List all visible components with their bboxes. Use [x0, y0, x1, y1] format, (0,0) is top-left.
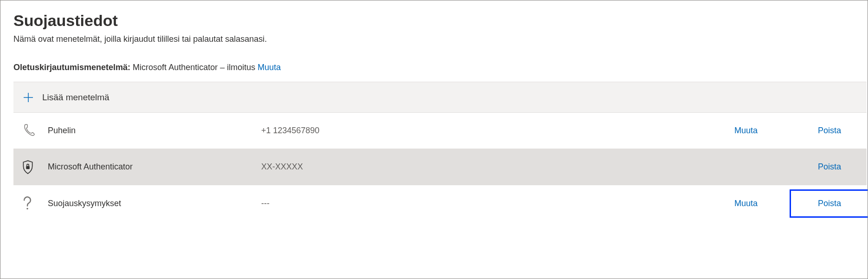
- method-name: Suojauskysymykset: [48, 199, 261, 208]
- svg-rect-2: [26, 166, 30, 169]
- svg-point-3: [26, 208, 28, 210]
- content-area: Suojaustiedot Nämä ovat menetelmät, joil…: [0, 0, 868, 221]
- default-signin-row: Oletuskirjautumismenetelmä: Microsoft Au…: [13, 63, 868, 72]
- method-row-questions: Suojauskysymykset --- Muuta Poista: [13, 185, 867, 221]
- methods-list: Lisää menetelmä Puhelin +1 1234567890 Mu…: [13, 82, 867, 221]
- method-row-authenticator: Microsoft Authenticator XX-XXXXX Poista: [13, 149, 867, 185]
- phone-icon: [20, 123, 48, 139]
- method-name: Puhelin: [48, 126, 261, 136]
- delete-button[interactable]: Poista: [792, 162, 867, 172]
- method-row-phone: Puhelin +1 1234567890 Muuta Poista: [13, 113, 867, 149]
- page-subtitle: Nämä ovat menetelmät, joilla kirjaudut t…: [13, 34, 868, 44]
- method-value: +1 1234567890: [261, 126, 700, 136]
- security-info-panel: Suojaustiedot Nämä ovat menetelmät, joil…: [0, 0, 868, 279]
- page-title: Suojaustiedot: [13, 12, 868, 30]
- delete-button[interactable]: Poista: [792, 126, 867, 136]
- change-default-link[interactable]: Muuta: [257, 63, 281, 72]
- method-value: ---: [261, 199, 700, 208]
- default-signin-label: Oletuskirjautumismenetelmä:: [13, 63, 130, 72]
- question-icon: [20, 196, 48, 210]
- change-button[interactable]: Muuta: [700, 199, 792, 208]
- delete-button[interactable]: Poista: [792, 199, 867, 208]
- add-method-label: Lisää menetelmä: [42, 92, 109, 103]
- plus-icon: [20, 92, 37, 103]
- change-button[interactable]: Muuta: [700, 126, 792, 136]
- method-value: XX-XXXXX: [261, 162, 700, 172]
- method-name: Microsoft Authenticator: [48, 162, 261, 172]
- add-method-button[interactable]: Lisää menetelmä: [13, 82, 867, 113]
- lock-icon: [20, 160, 48, 174]
- default-signin-value: Microsoft Authenticator – ilmoitus: [133, 63, 255, 72]
